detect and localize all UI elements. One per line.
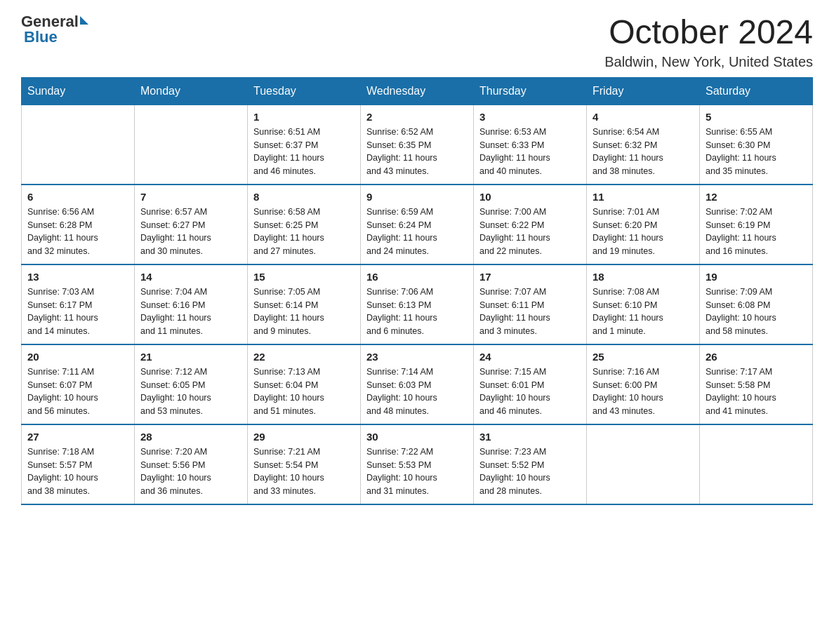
day-number: 27 [27,431,128,443]
page-header: General Blue October 2024 Baldwin, New Y… [21,14,813,70]
calendar-week-row: 13Sunrise: 7:03 AMSunset: 6:17 PMDayligh… [22,264,813,344]
calendar-cell: 31Sunrise: 7:23 AMSunset: 5:52 PMDayligh… [474,424,587,504]
day-info: Sunrise: 7:21 AMSunset: 5:54 PMDaylight:… [253,445,355,498]
weekday-header-thursday: Thursday [474,77,587,105]
day-info: Sunrise: 6:57 AMSunset: 6:27 PMDaylight:… [140,206,241,258]
calendar-cell: 24Sunrise: 7:15 AMSunset: 6:01 PMDayligh… [474,344,587,424]
calendar-cell: 8Sunrise: 6:58 AMSunset: 6:25 PMDaylight… [248,185,361,264]
weekday-header-friday: Friday [587,77,700,105]
day-info: Sunrise: 6:53 AMSunset: 6:33 PMDaylight:… [479,126,581,178]
day-info: Sunrise: 6:58 AMSunset: 6:25 PMDaylight:… [253,206,355,258]
day-info: Sunrise: 7:13 AMSunset: 6:04 PMDaylight:… [253,365,355,418]
day-number: 31 [479,431,581,443]
weekday-header-sunday: Sunday [22,77,135,105]
weekday-header-wednesday: Wednesday [361,77,474,105]
day-info: Sunrise: 6:59 AMSunset: 6:24 PMDaylight:… [366,206,468,258]
day-info: Sunrise: 7:12 AMSunset: 6:05 PMDaylight:… [140,365,241,418]
calendar-cell: 1Sunrise: 6:51 AMSunset: 6:37 PMDaylight… [248,105,361,185]
day-info: Sunrise: 7:05 AMSunset: 6:14 PMDaylight:… [253,286,355,338]
day-info: Sunrise: 7:01 AMSunset: 6:20 PMDaylight:… [593,206,694,258]
calendar-week-row: 1Sunrise: 6:51 AMSunset: 6:37 PMDaylight… [22,105,813,185]
calendar-cell: 13Sunrise: 7:03 AMSunset: 6:17 PMDayligh… [22,264,135,344]
calendar-cell: 22Sunrise: 7:13 AMSunset: 6:04 PMDayligh… [248,344,361,424]
calendar-cell [135,105,248,185]
calendar-week-row: 20Sunrise: 7:11 AMSunset: 6:07 PMDayligh… [22,344,813,424]
calendar-week-row: 27Sunrise: 7:18 AMSunset: 5:57 PMDayligh… [22,424,813,504]
day-info: Sunrise: 7:07 AMSunset: 6:11 PMDaylight:… [479,286,581,338]
day-number: 5 [706,111,807,123]
day-number: 12 [706,191,807,203]
calendar-cell: 11Sunrise: 7:01 AMSunset: 6:20 PMDayligh… [587,185,700,264]
day-info: Sunrise: 7:00 AMSunset: 6:22 PMDaylight:… [479,206,581,258]
day-number: 10 [479,191,581,203]
day-number: 30 [366,431,468,443]
day-info: Sunrise: 7:06 AMSunset: 6:13 PMDaylight:… [366,286,468,338]
calendar-cell: 12Sunrise: 7:02 AMSunset: 6:19 PMDayligh… [700,185,813,264]
day-number: 18 [593,271,694,283]
day-number: 17 [479,271,581,283]
title-area: October 2024 Baldwin, New York, United S… [604,14,813,70]
day-info: Sunrise: 7:20 AMSunset: 5:56 PMDaylight:… [140,445,241,498]
day-number: 15 [253,271,355,283]
calendar-week-row: 6Sunrise: 6:56 AMSunset: 6:28 PMDaylight… [22,185,813,264]
calendar-cell: 29Sunrise: 7:21 AMSunset: 5:54 PMDayligh… [248,424,361,504]
calendar-cell: 27Sunrise: 7:18 AMSunset: 5:57 PMDayligh… [22,424,135,504]
day-number: 24 [479,351,581,363]
calendar-cell [22,105,135,185]
day-number: 19 [706,271,807,283]
day-info: Sunrise: 7:11 AMSunset: 6:07 PMDaylight:… [27,365,128,418]
day-number: 22 [253,351,355,363]
day-number: 16 [366,271,468,283]
day-info: Sunrise: 6:51 AMSunset: 6:37 PMDaylight:… [253,126,355,178]
calendar-cell [700,424,813,504]
day-info: Sunrise: 7:17 AMSunset: 5:58 PMDaylight:… [706,365,807,418]
calendar-cell: 28Sunrise: 7:20 AMSunset: 5:56 PMDayligh… [135,424,248,504]
calendar-cell: 18Sunrise: 7:08 AMSunset: 6:10 PMDayligh… [587,264,700,344]
day-number: 28 [140,431,241,443]
weekday-header-saturday: Saturday [700,77,813,105]
calendar-cell: 23Sunrise: 7:14 AMSunset: 6:03 PMDayligh… [361,344,474,424]
calendar-header-row: SundayMondayTuesdayWednesdayThursdayFrid… [22,77,813,105]
calendar-cell: 9Sunrise: 6:59 AMSunset: 6:24 PMDaylight… [361,185,474,264]
day-number: 14 [140,271,241,283]
day-number: 3 [479,111,581,123]
logo-blue-text: Blue [24,28,58,46]
day-number: 1 [253,111,355,123]
day-number: 23 [366,351,468,363]
calendar-cell: 20Sunrise: 7:11 AMSunset: 6:07 PMDayligh… [22,344,135,424]
calendar-cell: 7Sunrise: 6:57 AMSunset: 6:27 PMDaylight… [135,185,248,264]
day-number: 8 [253,191,355,203]
calendar-cell: 15Sunrise: 7:05 AMSunset: 6:14 PMDayligh… [248,264,361,344]
weekday-header-monday: Monday [135,77,248,105]
day-number: 7 [140,191,241,203]
day-info: Sunrise: 6:52 AMSunset: 6:35 PMDaylight:… [366,126,468,178]
logo-arrow-icon [80,16,88,25]
calendar-cell: 14Sunrise: 7:04 AMSunset: 6:16 PMDayligh… [135,264,248,344]
calendar-table: SundayMondayTuesdayWednesdayThursdayFrid… [21,77,813,505]
calendar-cell: 30Sunrise: 7:22 AMSunset: 5:53 PMDayligh… [361,424,474,504]
day-number: 2 [366,111,468,123]
weekday-header-tuesday: Tuesday [248,77,361,105]
calendar-cell: 6Sunrise: 6:56 AMSunset: 6:28 PMDaylight… [22,185,135,264]
day-info: Sunrise: 7:15 AMSunset: 6:01 PMDaylight:… [479,365,581,418]
month-year-title: October 2024 [604,14,813,51]
day-info: Sunrise: 6:54 AMSunset: 6:32 PMDaylight:… [593,126,694,178]
calendar-cell: 21Sunrise: 7:12 AMSunset: 6:05 PMDayligh… [135,344,248,424]
day-info: Sunrise: 7:04 AMSunset: 6:16 PMDaylight:… [140,286,241,338]
day-number: 13 [27,271,128,283]
day-info: Sunrise: 7:08 AMSunset: 6:10 PMDaylight:… [593,286,694,338]
calendar-cell: 25Sunrise: 7:16 AMSunset: 6:00 PMDayligh… [587,344,700,424]
day-info: Sunrise: 7:03 AMSunset: 6:17 PMDaylight:… [27,286,128,338]
day-info: Sunrise: 7:23 AMSunset: 5:52 PMDaylight:… [479,445,581,498]
logo: General Blue [21,14,88,46]
location-subtitle: Baldwin, New York, United States [604,54,813,70]
day-info: Sunrise: 6:56 AMSunset: 6:28 PMDaylight:… [27,206,128,258]
day-number: 11 [593,191,694,203]
logo-general-text: General [21,14,79,29]
day-info: Sunrise: 7:02 AMSunset: 6:19 PMDaylight:… [706,206,807,258]
calendar-cell: 17Sunrise: 7:07 AMSunset: 6:11 PMDayligh… [474,264,587,344]
calendar-cell: 26Sunrise: 7:17 AMSunset: 5:58 PMDayligh… [700,344,813,424]
calendar-cell: 4Sunrise: 6:54 AMSunset: 6:32 PMDaylight… [587,105,700,185]
day-number: 25 [593,351,694,363]
day-number: 9 [366,191,468,203]
